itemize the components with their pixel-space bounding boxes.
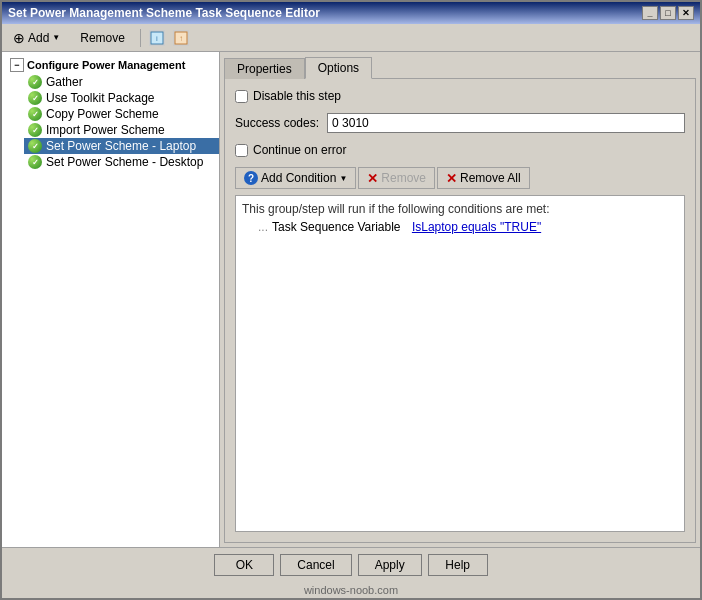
success-codes-input[interactable] [327,113,685,133]
svg-text:↑: ↑ [179,34,183,43]
tree-item-label: Set Power Scheme - Desktop [46,155,203,169]
ok-button[interactable]: OK [214,554,274,576]
remove-condition-icon: ✕ [367,171,378,186]
success-codes-label: Success codes: [235,116,319,130]
tab-content: Disable this step Success codes: Continu… [224,78,696,543]
remove-all-button[interactable]: ✕ Remove All [437,167,530,189]
title-bar-buttons: _ □ ✕ [642,6,694,20]
disable-step-row: Disable this step [235,89,685,103]
add-label: Add [28,31,49,45]
status-icon-gather [28,75,42,89]
tree-group: − Configure Power Management [6,56,219,74]
condition-dots: ... [258,220,268,234]
add-condition-button[interactable]: ? Add Condition ▼ [235,167,356,189]
apply-button[interactable]: Apply [358,554,422,576]
condition-info-text: This group/step will run if the followin… [242,202,678,216]
status-icon-copy-power [28,107,42,121]
sidebar: − Configure Power Management Gather Use … [2,52,220,547]
remove-button[interactable]: Remove [73,28,132,48]
tree-item-set-desktop[interactable]: Set Power Scheme - Desktop [24,154,219,170]
disable-step-label: Disable this step [235,89,341,103]
toolbar-icon-2[interactable]: ↑ [173,30,189,46]
close-button[interactable]: ✕ [678,6,694,20]
tree-group-expand-icon[interactable]: − [10,58,24,72]
tab-options[interactable]: Options [305,57,372,79]
success-codes-row: Success codes: [235,113,685,133]
window-title: Set Power Management Scheme Task Sequenc… [8,6,320,20]
toolbar-separator [140,29,141,47]
tree-item-gather[interactable]: Gather [24,74,219,90]
tree-items: Gather Use Toolkit Package Copy Power Sc… [6,74,219,170]
tree-item-label: Copy Power Scheme [46,107,159,121]
tree-item-copy-power[interactable]: Copy Power Scheme [24,106,219,122]
condition-box: This group/step will run if the followin… [235,195,685,532]
tree-item-import-power[interactable]: Import Power Scheme [24,122,219,138]
status-icon-set-desktop [28,155,42,169]
toolbar-icon-1[interactable]: i [149,30,165,46]
status-icon-import-power [28,123,42,137]
remove-condition-button[interactable]: ✕ Remove [358,167,435,189]
add-condition-arrow: ▼ [339,174,347,183]
right-panel: Properties Options Disable this step S [220,52,700,547]
tree-item-label: Import Power Scheme [46,123,165,137]
main-content: − Configure Power Management Gather Use … [2,52,700,547]
bottom-bar: OK Cancel Apply Help [2,547,700,582]
title-bar: Set Power Management Scheme Task Sequenc… [2,2,700,24]
watermark: windows-noob.com [2,582,700,598]
tab-properties[interactable]: Properties [224,58,305,79]
disable-step-checkbox[interactable] [235,90,248,103]
add-button[interactable]: ⊕ Add ▼ [6,27,67,49]
status-icon-set-laptop [28,139,42,153]
add-icon: ⊕ [13,30,25,46]
tree-root: − Configure Power Management Gather Use … [2,56,219,170]
tree-item-label: Gather [46,75,83,89]
condition-variable-label: Task Sequence Variable [272,220,401,234]
toolbar: ⊕ Add ▼ Remove i ↑ [2,24,700,52]
tab-bar: Properties Options [224,56,696,78]
continue-on-error-row: Continue on error [235,143,685,157]
tree-group-label: Configure Power Management [27,59,185,71]
cancel-button[interactable]: Cancel [280,554,351,576]
maximize-button[interactable]: □ [660,6,676,20]
condition-item[interactable]: ... Task Sequence Variable IsLaptop equa… [242,220,678,234]
status-icon-toolkit [28,91,42,105]
minimize-button[interactable]: _ [642,6,658,20]
svg-text:i: i [156,34,158,43]
help-button[interactable]: Help [428,554,488,576]
tree-item-set-laptop[interactable]: Set Power Scheme - Laptop [24,138,219,154]
main-window: Set Power Management Scheme Task Sequenc… [0,0,702,600]
remove-all-icon: ✕ [446,171,457,186]
tree-item-label: Use Toolkit Package [46,91,155,105]
remove-label: Remove [80,31,125,45]
add-dropdown-arrow: ▼ [52,33,60,42]
tree-item-label: Set Power Scheme - Laptop [46,139,196,153]
tree-item-toolkit[interactable]: Use Toolkit Package [24,90,219,106]
continue-on-error-label: Continue on error [235,143,346,157]
add-condition-icon: ? [244,171,258,185]
condition-toolbar: ? Add Condition ▼ ✕ Remove ✕ Remove All [235,167,685,189]
condition-variable-link[interactable]: IsLaptop equals "TRUE" [412,220,541,234]
continue-on-error-checkbox[interactable] [235,144,248,157]
